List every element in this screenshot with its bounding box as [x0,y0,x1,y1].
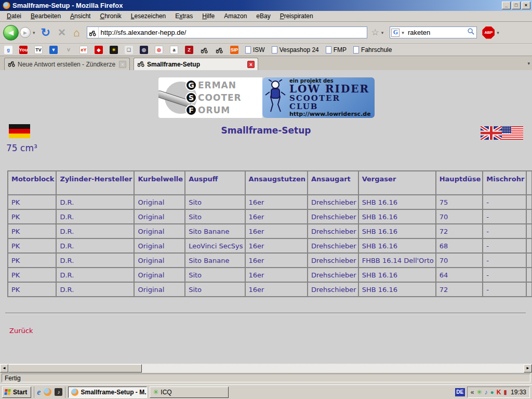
menu-item-hilfe[interactable]: Hilfe [197,11,219,21]
firefox-quicklaunch-icon[interactable] [44,388,51,396]
reload-button[interactable]: ↻ [41,26,50,39]
back-link[interactable]: Zurück [9,327,33,335]
red-square-bookmark-icon[interactable]: ◆ [95,46,103,54]
ebay-bookmark-icon[interactable]: eY [79,46,88,54]
icq-task-button[interactable]: ✳ ICQ [150,387,229,398]
adblock-dropdown-icon[interactable]: ▾ [495,30,501,35]
scroll-right-button[interactable]: ► [524,364,532,373]
menu-item-extras[interactable]: Extras [170,11,197,21]
bookmark-isw[interactable]: ISW [245,46,265,54]
club-name-line2: SCOOTER CLUB [289,95,371,111]
menu-item-ebay[interactable]: eBay [251,11,275,21]
z-bookmark-icon[interactable]: Z [185,46,193,54]
tab-favicon-scooter-icon [8,60,15,69]
scroll-left-button[interactable]: ◄ [0,364,8,373]
tab-close-icon[interactable]: × [119,61,126,68]
search-input[interactable] [406,29,467,36]
battery-tray-icon[interactable]: ▮ [503,389,507,395]
search-engine-dropdown-icon[interactable]: ▾ [400,30,406,35]
table-cell: - [483,209,526,224]
table-cell: Sito [185,209,245,224]
google-bookmark-icon[interactable]: g [4,46,12,54]
scrollbar-thumb[interactable] [8,364,142,373]
table-cell: 72 [436,282,483,297]
scooter-black-bookmark-icon[interactable] [215,46,223,54]
icq-tray-icon[interactable]: ✳ [476,389,482,395]
table-cell: SHB 16.16 [358,224,436,238]
tab-neue-antwort[interactable]: Neue Antwort erstellen - Zündkerze veru.… [4,58,130,70]
menu-item-datei[interactable]: Datei [2,11,26,21]
url-bar [87,26,367,38]
start-button[interactable]: Start [2,387,31,398]
menu-item-chronik[interactable]: Chronik [95,11,126,21]
media-player-icon[interactable]: ♪ [55,388,62,396]
menu-item-bearbeiten[interactable]: Bearbeiten [26,11,65,21]
url-input[interactable] [99,29,367,36]
dark-multicolor-bookmark-icon[interactable]: ✶ [110,46,118,54]
column-header-cut [526,171,532,195]
google-search-engine-icon[interactable]: G [391,29,400,37]
menu-bar: DateiBearbeitenAnsichtChronikLesezeichen… [0,11,532,22]
tv-info-bookmark-icon[interactable]: TV [34,46,43,54]
gsf-banner[interactable]: GERMAN SCOOTER FORUM [158,77,375,118]
minimize-button[interactable]: _ [502,2,511,9]
us-flag[interactable] [502,126,523,140]
club-name-line1: LOW RIDER [289,84,371,95]
bookmark-vespashop-24[interactable]: Vespashop 24 [272,46,319,54]
menu-item-amazon[interactable]: Amazon [219,11,251,21]
table-cell: PK [8,195,56,209]
table-row: PKD.R.OriginalSito Banane16erDrehschiebe… [8,253,532,268]
sip-bookmark-icon[interactable]: SIP [230,46,238,54]
maximize-button[interactable]: □ [512,2,521,9]
down-arrow-bookmark-icon[interactable]: ▼ [49,46,58,54]
internet-explorer-icon[interactable]: e [37,388,41,397]
dark-ring-bookmark-icon[interactable]: ◎ [140,46,148,54]
table-cell: Drehschieber [308,253,358,268]
scooter-bookmark-icon[interactable] [200,46,208,54]
bookmark-fmp[interactable]: FMP [326,46,347,54]
bookmark-dropdown-icon[interactable]: ▾ [379,30,386,35]
stop-button[interactable]: ✕ [58,26,66,38]
table-cell: Original [134,268,185,282]
search-magnifier-icon[interactable] [467,28,475,37]
table-cell-cut [526,195,532,209]
timer-tray-icon[interactable]: ● [490,389,494,395]
history-dropdown-icon[interactable]: ▾ [31,30,37,35]
back-button[interactable]: ◀ [3,25,19,41]
menu-item-ansicht[interactable]: Ansicht [65,11,95,21]
table-row: PKD.R.OriginalLeoVinci SecSys16erDrehsch… [8,238,532,253]
table-cell: 75 [436,195,483,209]
close-button[interactable]: × [522,2,530,9]
forward-button[interactable]: ▶ [20,27,31,38]
displacement-heading: 75 cm³ [6,143,37,153]
tab-list-dropdown-icon[interactable]: ▾ [527,61,530,66]
gsf-word: COOTER [198,92,242,103]
red-target-bookmark-icon[interactable]: ◎ [155,46,163,54]
language-indicator[interactable]: DE [455,388,465,396]
firefox-task-button[interactable]: Smallframe-Setup - M... [68,387,147,398]
adblock-plus-icon[interactable]: ABP [482,26,495,39]
gray-folder-bookmark-icon[interactable]: ❏ [125,46,133,54]
tab-smallframe-setup[interactable]: Smallframe-Setup × [134,58,258,70]
column-header-hauptd-se: Hauptdüse [436,171,483,195]
gsf-letter-g: G [185,79,197,91]
bookmark-star-icon[interactable]: ☆ [371,27,379,38]
tab-close-icon[interactable]: × [247,61,255,68]
menu-item-lesezeichen[interactable]: Lesezeichen [126,11,170,21]
amazon-bookmark-icon[interactable]: a [170,46,178,54]
volume-tray-icon[interactable]: ♪ [484,389,487,395]
bookmarks-toolbar: gYouTV▼VeY◆✶❏◎◎aZSIPISWVespashop 24FMPFa… [0,44,532,56]
bookmark-fahrschule[interactable]: Fahrschule [353,46,392,54]
search-bar: G ▾ [390,26,477,38]
column-header-ansaugart: Ansaugart [308,171,358,195]
scrollbar-track[interactable] [142,364,524,373]
home-button[interactable]: ⌂ [73,26,80,39]
uk-flag[interactable] [481,126,502,140]
kaspersky-tray-icon[interactable]: K [497,389,501,395]
youtube-bookmark-icon[interactable]: You [19,46,28,54]
menu-item-preispiraten[interactable]: Preispiraten [275,11,318,21]
gsf-word: ERMAN [198,80,236,90]
tray-expand-chevrons-icon[interactable]: « [471,389,474,395]
club-url: http://www.lowridersc.de [289,111,371,117]
v-bookmark-icon[interactable]: V [64,46,73,54]
